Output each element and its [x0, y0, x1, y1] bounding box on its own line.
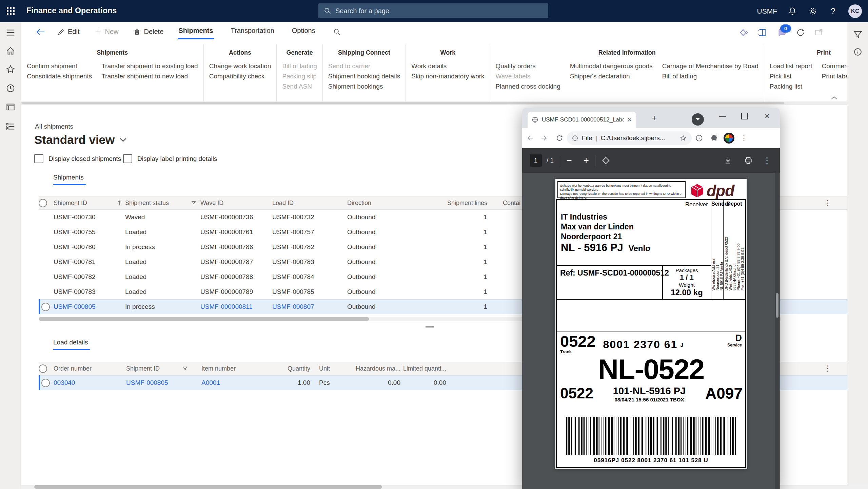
close-window-icon[interactable]: ✕: [757, 108, 778, 124]
back-button[interactable]: [35, 27, 45, 36]
print-icon[interactable]: [744, 156, 753, 165]
menu-item[interactable]: Carriage of Merchandise by Road: [662, 61, 758, 71]
checkbox[interactable]: [123, 154, 132, 163]
messages-icon[interactable]: 0: [777, 27, 787, 38]
menu-item[interactable]: Quality orders: [496, 61, 560, 71]
column-header-shipment-lines[interactable]: Shipment lines: [435, 200, 487, 207]
notifications-bell-icon[interactable]: [787, 6, 797, 16]
tab-options[interactable]: Options: [292, 27, 315, 37]
column-header-limited[interactable]: Limited quanti...: [400, 365, 446, 372]
tab-shipments[interactable]: Shipments: [178, 27, 213, 37]
menu-item[interactable]: Shipper's declaration: [570, 71, 653, 81]
menu-item[interactable]: Shipment booking details: [328, 71, 400, 81]
menu-item[interactable]: Multimodal dangerous goods: [570, 61, 653, 71]
maximize-window-icon[interactable]: [734, 108, 755, 124]
column-header-unit[interactable]: Unit: [319, 365, 346, 372]
pdf-page-input[interactable]: 1: [530, 154, 542, 167]
user-avatar[interactable]: KC: [848, 4, 862, 18]
view-title[interactable]: Standard view: [34, 133, 127, 147]
bookmark-star-icon[interactable]: [679, 134, 687, 142]
address-input[interactable]: File | C:/Users/loek.sijbers...: [567, 131, 692, 145]
column-header-quantity[interactable]: Quantity: [278, 365, 310, 372]
download-icon[interactable]: [724, 156, 732, 165]
column-header-load-id[interactable]: Load ID: [272, 200, 347, 207]
menu-item[interactable]: Planned cross docking: [496, 81, 560, 92]
extensions-puzzle-icon[interactable]: [707, 131, 722, 146]
grid-options-kebab-icon[interactable]: ⋮: [824, 364, 831, 373]
edit-button[interactable]: Edit: [57, 28, 79, 36]
column-header-shipment-status[interactable]: Shipment status: [125, 200, 200, 207]
splitter-handle[interactable]: [425, 325, 434, 329]
menu-item[interactable]: Confirm shipment: [27, 61, 92, 71]
global-search-input[interactable]: Search for a page: [318, 3, 548, 18]
load-id-link[interactable]: USMF-000807: [272, 303, 347, 311]
modules-list-icon[interactable]: [5, 121, 16, 132]
zoom-in-icon[interactable]: +: [583, 155, 589, 166]
zoom-out-icon[interactable]: −: [566, 155, 572, 166]
shipment-id-link[interactable]: USMF-000805: [126, 379, 191, 387]
browser-menu-kebab-icon[interactable]: ⋮: [736, 131, 751, 146]
row-radio[interactable]: [41, 303, 50, 311]
pdf-menu-kebab-icon[interactable]: ⋮: [763, 156, 771, 165]
row-radio[interactable]: [41, 379, 50, 387]
browser-reload-icon[interactable]: [552, 131, 567, 146]
tab-transportation[interactable]: Transportation: [231, 27, 274, 37]
page-info-icon[interactable]: [572, 135, 578, 142]
favorites-star-icon[interactable]: [5, 64, 16, 74]
menu-item[interactable]: Pick list: [770, 71, 812, 81]
checkbox[interactable]: [34, 154, 43, 163]
collapse-ribbon-chevron-icon[interactable]: [831, 95, 837, 100]
filter-pane-icon[interactable]: [853, 30, 863, 40]
menu-item[interactable]: Work details: [411, 61, 484, 71]
reading-list-icon[interactable]: [692, 131, 707, 146]
browser-back-icon[interactable]: [522, 131, 537, 146]
ribbon-scrollbar[interactable]: [21, 101, 847, 105]
column-header-direction[interactable]: Direction: [347, 200, 435, 207]
recent-clock-icon[interactable]: [5, 83, 16, 93]
actions-search-icon[interactable]: [333, 28, 341, 36]
close-tab-icon[interactable]: ✕: [627, 116, 632, 124]
refresh-icon[interactable]: [796, 28, 805, 37]
menu-item[interactable]: Print label: [822, 71, 847, 81]
shipment-id-link[interactable]: USMF-000805: [54, 303, 125, 311]
settings-gear-icon[interactable]: [808, 6, 818, 16]
column-header-order-number[interactable]: Order number: [54, 365, 126, 372]
menu-item[interactable]: Packing list: [770, 81, 812, 92]
pdf-scrollbar[interactable]: [775, 173, 779, 489]
delete-button[interactable]: Delete: [133, 28, 163, 36]
column-header-shipment-id[interactable]: Shipment ID: [126, 365, 191, 372]
home-icon[interactable]: [5, 46, 16, 56]
new-tab-button[interactable]: +: [652, 114, 657, 121]
guide-book-icon[interactable]: [758, 28, 768, 37]
minimize-window-icon[interactable]: —: [712, 108, 733, 124]
item-number-link[interactable]: A0001: [201, 379, 278, 387]
select-all-radio[interactable]: [39, 364, 47, 373]
download-progress-icon[interactable]: [692, 113, 704, 126]
wave-id-link[interactable]: USMF-000000811: [200, 303, 272, 311]
checkbox-display-closed-shipments[interactable]: Display closed shipments: [34, 154, 121, 163]
browser-tab[interactable]: USMF-SCD01-000000512_Labe ✕: [528, 112, 636, 128]
fit-to-page-icon[interactable]: [601, 156, 610, 165]
select-all-radio[interactable]: [39, 199, 47, 207]
browser-profile-avatar[interactable]: [722, 131, 736, 146]
info-icon[interactable]: [853, 47, 863, 57]
menu-item[interactable]: Bill of lading: [662, 71, 758, 81]
section-tab-shipments[interactable]: Shipments: [53, 174, 84, 181]
menu-item[interactable]: Change work location: [209, 61, 271, 71]
company-picker[interactable]: USMF: [757, 7, 777, 15]
section-tab-load-details[interactable]: Load details: [53, 339, 88, 346]
column-header-wave-id[interactable]: Wave ID: [200, 200, 272, 207]
waffle-apps-icon[interactable]: [7, 7, 15, 15]
menu-item[interactable]: Load list report: [770, 61, 812, 71]
menu-item[interactable]: Transfer shipment to existing load: [101, 61, 198, 71]
menu-item[interactable]: Transfer shipment to new load: [101, 71, 198, 81]
browser-forward-icon[interactable]: [537, 131, 552, 146]
menu-item[interactable]: Compatibility check: [209, 71, 271, 81]
grid-options-kebab-icon[interactable]: ⋮: [824, 199, 831, 207]
menu-item[interactable]: Consolidate shipments: [27, 71, 92, 81]
column-header-hazardous[interactable]: Hazardous ma...: [346, 365, 400, 372]
menu-item[interactable]: Skip non-mandatory work: [411, 71, 484, 81]
order-number-link[interactable]: 003040: [54, 379, 126, 387]
power-apps-icon[interactable]: [739, 27, 750, 38]
menu-item[interactable]: Shipment bookings: [328, 81, 400, 92]
